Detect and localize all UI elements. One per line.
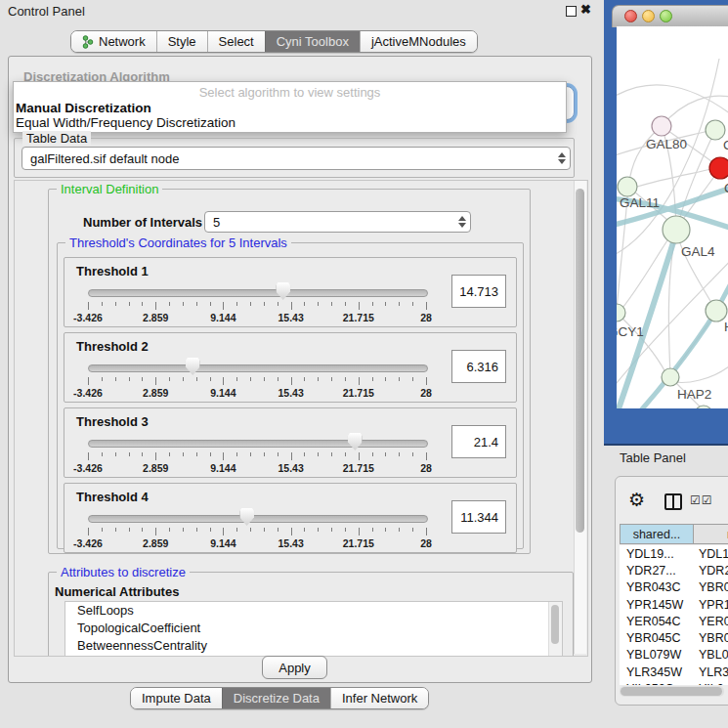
network-node[interactable]: [709, 157, 728, 179]
gear-icon[interactable]: ⚙: [628, 489, 645, 511]
algorithm-dropdown-popup: Select algorithm to view settings Manual…: [13, 81, 567, 133]
tick-label: 21.715: [343, 462, 374, 474]
slider-track[interactable]: [88, 440, 428, 448]
tab-impute-data[interactable]: Impute Data: [131, 688, 222, 708]
threshold-3-slider[interactable]: -3.4262.8599.14415.4321.71528: [88, 438, 426, 467]
network-node[interactable]: [662, 368, 679, 386]
table-cell: YBR0: [692, 580, 728, 594]
table-row[interactable]: YLR345WYLR3: [620, 664, 728, 680]
split-view-icon[interactable]: [664, 493, 682, 510]
zoom-traffic-light-icon[interactable]: [660, 10, 672, 22]
threshold-3-label: Threshold 3: [76, 414, 149, 429]
settings-viewport: Interval Definition Number of Intervals …: [14, 180, 588, 657]
table-row[interactable]: YBL079WYBL0: [620, 647, 728, 664]
tick-label: 9.144: [210, 387, 236, 399]
network-node[interactable]: [652, 116, 671, 136]
list-scrollbar[interactable]: [548, 602, 562, 657]
table-row[interactable]: YER054CYER0: [620, 613, 728, 629]
network-window-titlebar: [612, 5, 728, 27]
network-canvas[interactable]: GAL80GACGAL11GAL4GCY1HHAP2: [617, 26, 728, 408]
float-window-icon[interactable]: [566, 6, 577, 17]
slider-track[interactable]: [88, 289, 428, 297]
tab-label: Cyni Toolbox: [277, 34, 349, 49]
table-cell: YBR043C: [620, 580, 692, 594]
slider-track[interactable]: [88, 364, 428, 372]
number-of-intervals-label: Number of Intervals: [83, 215, 202, 230]
table-row[interactable]: YIL052CYIL0: [620, 680, 728, 685]
table-header-row: shared... na: [620, 524, 728, 544]
minimize-traffic-light-icon[interactable]: [642, 10, 655, 22]
threshold-4-value-field[interactable]: 11.344: [451, 500, 506, 534]
table-row[interactable]: YDL19...YDL1: [620, 545, 728, 562]
apply-button[interactable]: Apply: [262, 656, 327, 679]
threshold-3-value-field[interactable]: 21.4: [451, 425, 506, 458]
column-header-name[interactable]: na: [694, 525, 728, 543]
table-data-combobox[interactable]: galFiltered.sif default node: [21, 147, 571, 170]
threshold-1-label: Threshold 1: [76, 264, 149, 278]
slider-thumb-icon[interactable]: [276, 282, 290, 300]
threshold-1-slider[interactable]: -3.4262.8599.14415.4321.71528: [88, 287, 426, 317]
slider-track[interactable]: [88, 515, 428, 523]
column-header-shared-name[interactable]: shared...: [621, 525, 694, 543]
tab-infer-network[interactable]: Infer Network: [330, 688, 428, 708]
table-row[interactable]: YBR043CYBR0: [620, 579, 728, 596]
tab-label: jActiveMNodules: [371, 34, 466, 49]
close-traffic-light-icon[interactable]: [624, 10, 637, 22]
tab-discretize-data[interactable]: Discretize Data: [222, 688, 330, 708]
bottom-tab-strip: Impute DataDiscretize DataInfer Network: [130, 687, 429, 709]
slider-thumb-icon[interactable]: [348, 433, 363, 450]
select-columns-checkboxes-icon[interactable]: ☑☑: [690, 493, 713, 507]
tab-select[interactable]: Select: [207, 31, 265, 52]
threshold-4-panel: Threshold 4-3.4262.8599.14415.4321.71528…: [64, 483, 517, 553]
table-cell: YBL0: [692, 648, 728, 662]
tab-network[interactable]: Network: [71, 31, 156, 52]
tick-label: 21.715: [343, 312, 374, 323]
table-cell: YLR3: [692, 665, 728, 679]
tab-jactivemnodules[interactable]: jActiveMNodules: [360, 31, 477, 52]
table-row[interactable]: YDR27...YDR2: [620, 562, 728, 578]
threshold-4-label: Threshold 4: [76, 490, 149, 504]
number-of-intervals-combobox[interactable]: 5: [204, 211, 471, 233]
table-row[interactable]: YPR145WYPR1: [620, 596, 728, 613]
threshold-1-value-field[interactable]: 14.713: [451, 275, 506, 308]
slider-thumb-icon[interactable]: [239, 508, 254, 526]
table-cell: YDR2: [692, 564, 728, 578]
tick-label: -3.426: [73, 537, 103, 549]
threshold-2-value-field[interactable]: 6.316: [451, 350, 506, 383]
algorithm-option-equal-width[interactable]: Equal Width/Frequency Discretization: [16, 115, 236, 130]
attribute-item[interactable]: SelfLoops: [65, 602, 562, 620]
algorithm-option-manual[interactable]: Manual Discretization: [16, 101, 151, 115]
network-node[interactable]: [706, 120, 725, 140]
table-horizontal-scrollbar[interactable]: [620, 686, 724, 697]
network-node[interactable]: [695, 406, 712, 408]
tab-cyni-toolbox[interactable]: Cyni Toolbox: [265, 31, 360, 52]
table-cell: YDL19...: [620, 547, 692, 561]
numerical-attributes-list[interactable]: SelfLoopsTopologicalCoefficientBetweenne…: [64, 601, 563, 657]
tab-style[interactable]: Style: [156, 31, 207, 52]
table-cell: YDR27...: [620, 564, 692, 578]
attributes-group-label: Attributes to discretize: [57, 565, 190, 579]
table-rows: YDL19...YDL1YDR27...YDR2YBR043CYBR0YPR14…: [620, 545, 728, 685]
combo-stepper-icon: [458, 216, 466, 228]
network-node[interactable]: [663, 216, 690, 243]
interval-definition-group: Interval Definition Number of Intervals …: [48, 189, 531, 554]
network-node-label: GAL11: [620, 195, 660, 210]
slider-thumb-icon[interactable]: [186, 358, 200, 375]
threshold-2-slider[interactable]: -3.4262.8599.14415.4321.71528: [88, 363, 426, 392]
threshold-4-slider[interactable]: -3.4262.8599.14415.4321.71528: [88, 513, 426, 542]
settings-scrollbar[interactable]: [574, 181, 586, 654]
threshold-2-label: Threshold 2: [76, 339, 149, 354]
attribute-item[interactable]: BetweennessCentrality: [65, 637, 562, 655]
network-node[interactable]: [618, 177, 637, 196]
tick-label: 15.43: [278, 387, 303, 399]
attribute-item[interactable]: TopologicalCoefficient: [65, 620, 562, 637]
tab-label: Impute Data: [142, 691, 211, 706]
thresholds-group: Threshold's Coordinates for 5 Intervals …: [57, 242, 524, 549]
tick-label: -3.426: [73, 312, 103, 323]
tick-label: 15.43: [278, 462, 303, 474]
network-node-label: GAL4: [681, 244, 715, 259]
network-node[interactable]: [706, 300, 727, 321]
network-node-label: GA: [723, 138, 728, 152]
close-icon[interactable]: ✖: [580, 2, 591, 17]
table-row[interactable]: YBR045CYBR0: [620, 629, 728, 646]
